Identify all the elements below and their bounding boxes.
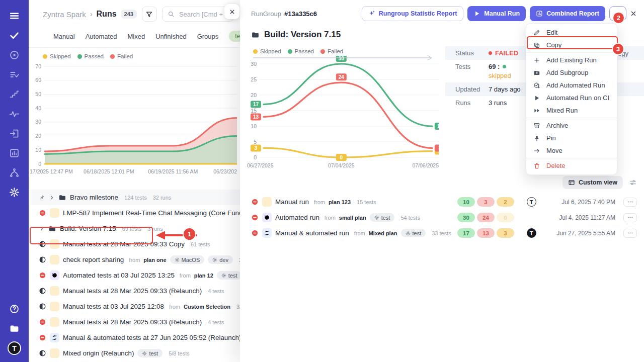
run-list-item[interactable]: LMP-587 Implement Real-Time Chat Messagi…	[29, 205, 240, 221]
run-title: LMP-587 Implement Real-Time Chat Messagi…	[63, 209, 240, 217]
tab-unfinished[interactable]: Unfinished	[155, 33, 186, 40]
filter-button[interactable]	[142, 7, 157, 22]
menu-item-pin[interactable]: Pin	[526, 132, 617, 144]
result-badges: 1032	[457, 197, 519, 207]
run-list-item[interactable]: Build: Version 7.1569 tests3 runs	[29, 221, 240, 236]
list-check-icon	[9, 69, 20, 80]
clipped-column-text: egy	[618, 50, 628, 57]
detail-value: 69 :skipped	[489, 60, 511, 82]
menu-item-add-subgroup[interactable]: Add Subgroup	[526, 66, 617, 79]
sidebar-item-folder[interactable]	[6, 319, 24, 338]
run-list-item[interactable]: Automated tests at 03 Jul 2025 13:25from…	[29, 267, 240, 283]
menu-item-label: Move	[546, 147, 562, 154]
menu-item-label: Add Subgroup	[546, 69, 588, 76]
row-actions-button[interactable]	[623, 198, 637, 207]
svg-text:30: 30	[35, 119, 41, 125]
tab-manual[interactable]: Manual	[53, 33, 75, 40]
sidebar-item-menu[interactable]	[6, 6, 24, 26]
panel-close-button[interactable]	[224, 4, 239, 19]
detail-label: Status	[445, 46, 489, 60]
automated-run-icon	[262, 213, 272, 222]
menu-item-archive[interactable]: Archive	[526, 119, 617, 132]
sidebar-item-help[interactable]	[6, 299, 24, 319]
group-run-item[interactable]: Manual & automated runfromMixed plantest…	[240, 225, 644, 241]
trash-icon	[533, 162, 540, 169]
row-actions-button[interactable]	[623, 229, 637, 238]
run-date: Jul 4, 2025 11:27 AM	[544, 214, 615, 221]
column-settings-icon[interactable]	[629, 178, 637, 187]
breadcrumb-project[interactable]: Zyntra Spark	[43, 10, 86, 19]
sidebar-item-gear[interactable]	[6, 183, 24, 202]
sidebar-item-play-circle[interactable]	[6, 45, 24, 65]
search-input[interactable]	[178, 10, 228, 19]
menu-item-automated-run-on-ci[interactable]: Automated Run on CI	[526, 92, 617, 104]
run-list-item[interactable]: Mixed origin (Relaunch)test5/8 tests	[29, 345, 240, 361]
tag-filter-pill[interactable]: test	[229, 31, 240, 42]
menu-item-add-existing-run[interactable]: Add Existing Run	[526, 54, 617, 66]
menu-separator	[526, 158, 617, 158]
chevron-right-icon	[49, 195, 55, 201]
plan-name: plan 123	[329, 199, 351, 205]
sidebar-item-import[interactable]	[6, 124, 24, 143]
menu-item-add-automated-run[interactable]: Add Automated Run	[526, 79, 617, 92]
sidebar-item-pulse[interactable]	[6, 104, 24, 124]
menu-item-delete[interactable]: Delete	[526, 159, 617, 172]
button-label: Manual Run	[484, 10, 520, 17]
more-actions-button[interactable]	[609, 6, 626, 21]
mixed-run-icon	[50, 333, 59, 342]
group-run-item[interactable]: Automated runfromsmall plantest54 tests3…	[240, 210, 644, 225]
menu-item-move[interactable]: Move	[526, 144, 617, 157]
run-list-item[interactable]: Manual tests at 03 Jul 2025 12:08fromCus…	[29, 299, 240, 314]
from-label: from	[180, 273, 191, 279]
tag-pill: test	[401, 229, 426, 237]
run-list-item[interactable]: Bravo milestone124 tests32 runs	[29, 190, 240, 205]
menu-item-edit[interactable]: Edit	[526, 26, 617, 39]
failed-status-icon	[251, 214, 259, 221]
svg-text:70: 70	[35, 63, 41, 69]
manual-run-icon	[50, 348, 59, 358]
legend-item: Passed	[77, 53, 104, 59]
sidebar-item-steps[interactable]	[6, 84, 24, 104]
manual-run-button[interactable]: Manual Run	[467, 6, 526, 21]
tests-total: 69 :	[489, 63, 511, 70]
combined-report-button[interactable]: Combined Report	[530, 6, 605, 21]
sidebar-item-check[interactable]	[6, 26, 24, 45]
user-avatar[interactable]: T	[8, 341, 21, 355]
run-list-item[interactable]: Manual tests at 28 Mar 2025 09:33 (Relau…	[29, 283, 240, 299]
run-title: Manual tests at 03 Jul 2025 12:08	[63, 303, 164, 310]
funnel-icon	[145, 11, 153, 18]
sidebar-item-bar-chart[interactable]	[6, 143, 24, 163]
row-actions-button[interactable]	[623, 213, 637, 222]
close-detail-icon[interactable]	[630, 10, 637, 17]
tab-groups[interactable]: Groups	[197, 33, 219, 40]
menu-item-mixed-run[interactable]: Mixed Run	[526, 104, 617, 117]
tab-automated[interactable]: Automated	[86, 33, 117, 40]
svg-text:15: 15	[251, 108, 257, 114]
failed-status-icon	[251, 229, 259, 237]
import-icon	[9, 128, 20, 139]
svg-text:10: 10	[251, 123, 257, 129]
group-title: Build: Version 7.15	[264, 30, 341, 40]
run-list-item[interactable]: Manual tests at 28 Mar 2025 09:33 (Relau…	[29, 314, 240, 330]
from-label: from	[169, 304, 180, 310]
group-chart-block: SkippedPassedFailed 05101520253030213243…	[247, 48, 440, 170]
sidebar-item-branch[interactable]	[6, 163, 24, 183]
run-list-item[interactable]: check report sharingfromplan oneMacOSdev…	[29, 252, 240, 267]
run-list-item[interactable]: Manual & automated tests at 27 Jun 2025 …	[29, 330, 240, 345]
run-list-item[interactable]: Manual tests at 28 Mar 2025 09:33 Copy61…	[29, 236, 240, 252]
legend-item: Skipped	[43, 53, 71, 59]
tab-mixed[interactable]: Mixed	[128, 33, 145, 40]
gear-icon	[221, 273, 226, 278]
run-date: Jun 27, 2025 5:55 AM	[544, 230, 615, 237]
gear-icon	[212, 257, 217, 262]
rungroup-statistic-report-button[interactable]: Rungroup Statistic Report	[362, 6, 464, 21]
legend-dot	[77, 54, 82, 59]
passed-count-badge: 10	[457, 197, 475, 207]
menu-item-copy[interactable]: Copy	[526, 39, 617, 51]
menu-item-label: Edit	[546, 29, 557, 36]
group-run-item[interactable]: Manual runfromplan 12315 tests1032TJul 6…	[240, 194, 644, 210]
custom-view-button[interactable]: Custom view	[562, 176, 623, 189]
run-meta: 3 runs	[147, 226, 163, 232]
result-badges: 17133	[457, 228, 519, 238]
sidebar-item-list-check[interactable]	[6, 65, 24, 84]
